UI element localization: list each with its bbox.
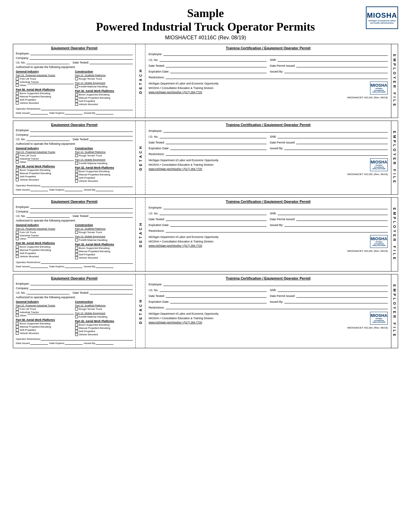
part58-item-0: Boom Supported Elevating — [16, 92, 74, 95]
permit-row-1: Equipment Operator Permit Employee: Comp… — [13, 44, 398, 118]
cert-id-group-1: I.D. No. — [149, 58, 267, 62]
operator-restrictions: Operator Restrictions: — [16, 107, 133, 110]
cert-logo-2: MIOSHA michigan occupationalsafety and h… — [370, 158, 388, 171]
id-date-field: I.D. No. Date Tested: — [16, 61, 133, 64]
cert-date-tested-group-1: Date Tested: — [149, 64, 267, 67]
company-field-2: Company: — [16, 133, 133, 136]
employer-strip-3: EMPLOYER FILE — [391, 198, 398, 271]
part58-cb-2[interactable] — [16, 98, 19, 101]
cert-employee-field-1: Employee: — [149, 53, 388, 56]
permit-row-4: Equipment Operator Permit Employee: Comp… — [13, 274, 398, 348]
left-panel-2: Equipment Operator Permit Employee: Comp… — [13, 121, 136, 194]
left-panel-4: Equipment Operator Permit Employee: Comp… — [13, 274, 136, 348]
part58-cb-1[interactable] — [16, 95, 19, 98]
cert-bottom-1: Michigan Department of Labor and Economi… — [149, 82, 388, 95]
cert-restrictions-1: Restrictions: — [149, 76, 388, 79]
part32-cb-2[interactable] — [75, 100, 78, 103]
title-line2: Powered Industrial Truck Operator Permit… — [96, 20, 315, 34]
employee-field: Employee: — [16, 52, 133, 55]
issued-by-group: Issued By: — [84, 112, 113, 114]
fork-lift-checkbox[interactable] — [16, 77, 19, 80]
right-panel-4: Training Certification / Equipment Opera… — [145, 274, 391, 348]
part32-item-0: Boom Supported Elevating — [75, 93, 133, 96]
part13-label: Part 13. Mobile Equipment — [75, 82, 133, 84]
cert-expiration-group-1: Expiration Date: — [149, 70, 267, 73]
employer-strip-1: EMPLOYER FILE — [391, 44, 398, 118]
left-panel-3: Equipment Operator Permit Employee: Comp… — [13, 198, 136, 271]
left-panel-title-2: Equipment Operator Permit — [16, 123, 133, 127]
part58-cb-0[interactable] — [16, 92, 19, 95]
logo-subtext: michigan occupational safetyand health a… — [368, 20, 396, 24]
logo-text: MIOSHA — [367, 11, 397, 20]
authorized-label: Authorized to operate the following equi… — [16, 65, 133, 69]
part58-item-1: Manual Propelled Elevating — [16, 95, 74, 98]
logo-area: MIOSHA michigan occupational safetyand h… — [366, 6, 398, 29]
right-panel-3: Training Certification / Equipment Opera… — [145, 198, 391, 271]
part58-label: Part 58. Aerial Work Platforms — [16, 88, 74, 91]
construction-col: Construction Part 12. Scaffold Platforms… — [75, 70, 133, 106]
industrial-tractor-item: Industrial Tractor — [16, 81, 74, 84]
part32-item-1: Manual Propelled Elevating — [75, 96, 133, 99]
cert-logo-3: MIOSHA michigan occupationalsafety and h… — [370, 235, 388, 248]
page-header: Sample Powered Industrial Truck Operator… — [13, 6, 398, 41]
other-checkbox[interactable] — [16, 84, 19, 87]
detach-strip-1: DETACH — [136, 44, 145, 118]
part32-label: Part 32. Aerial Work Platforms — [75, 89, 133, 93]
rough-terrain-checkbox[interactable] — [75, 77, 78, 80]
cert-shift-group-1: Shift: — [270, 58, 388, 62]
part32-item-2: Self-Propelled — [75, 100, 133, 103]
detach-label-1: DETACH — [139, 68, 142, 94]
left-panel-title-1: Equipment Operator Permit — [16, 46, 133, 50]
part32-cb-1[interactable] — [75, 96, 78, 99]
part21-label: Part 21. Powered Industrial Trucks — [16, 74, 74, 77]
part58-item-3: Vehicle Mounted — [16, 102, 74, 104]
detach-strip-4: DETACH — [136, 274, 145, 348]
other-item: Other: — [16, 84, 74, 87]
cert-id-shift-1: I.D. No. Shift: — [149, 58, 388, 62]
right-panel-1: Training Certification / Equipment Opera… — [145, 44, 391, 118]
fork-lift-item: Fork Lift Truck — [16, 77, 74, 80]
part32-item-3: Vehicle Mounted — [75, 103, 133, 106]
cert-date-tested-1: Date Tested: Date Permit Issued: — [149, 64, 388, 67]
part58-item-2: Self-Propelled — [16, 98, 74, 101]
part12-label: Part 12. Scaffold Platforms — [75, 74, 133, 77]
general-industry-col: General Industry Part 21. Powered Indust… — [16, 70, 74, 106]
forklift-material-checkbox[interactable] — [75, 85, 78, 88]
permit-row-2: Equipment Operator Permit Employee: Comp… — [13, 121, 398, 195]
left-panel-1: Equipment Operator Permit Employee: Comp… — [13, 44, 136, 118]
header-title: Sample Powered Industrial Truck Operator… — [96, 6, 315, 41]
employer-strip-2: EMPLOYER FILE — [391, 121, 398, 194]
id-date-field-2: I.D. No. Date Tested: — [16, 138, 133, 141]
detach-strip-2: DETACH — [136, 121, 145, 194]
company-field: Company: — [16, 56, 133, 60]
industrial-tractor-checkbox[interactable] — [16, 81, 19, 84]
forklift-material-item: Forklift Material Handling — [75, 85, 133, 88]
part32-cb-0[interactable] — [75, 93, 78, 96]
equipment-columns-2: General Industry Part 21. Powered Indust… — [16, 147, 133, 183]
cert-expiration-1: Expiration Date: Issued By: — [149, 70, 388, 73]
bottom-fields: Date Issued: Date Expires: Issued By: — [16, 112, 133, 114]
right-panel-2: Training Certification / Equipment Opera… — [145, 121, 391, 194]
employee-field-2: Employee: — [16, 129, 133, 132]
equipment-columns: General Industry Part 21. Powered Indust… — [16, 70, 133, 106]
part32-cb-3[interactable] — [75, 103, 78, 106]
cert-revision-1: MIOSHA/CET #0116C (Rev. 08/19) — [149, 96, 388, 99]
cert-bottom-text-1: Michigan Department of Labor and Economi… — [149, 82, 219, 95]
cert-date-permit-group-1: Date Permit Issued: — [270, 64, 388, 67]
detach-strip-3: DETACH — [136, 198, 145, 271]
employer-strip-4: EMPLOYER FILE — [391, 274, 398, 348]
subtitle: MIOSHA/CET #0116C (Rev. 08/19) — [96, 35, 315, 41]
cert-logo-4: MIOSHA michigan occupationalsafety and h… — [370, 312, 388, 325]
right-panel-title-1: Training Certification / Equipment Opera… — [149, 46, 388, 50]
cert-logo-1: MIOSHA michigan occupationalsafety and h… — [370, 82, 388, 94]
date-issued-group: Date Issued: — [16, 112, 48, 114]
title-line1: Sample — [96, 6, 315, 20]
permit-row-3: Equipment Operator Permit Employee: Comp… — [13, 197, 398, 271]
miosha-logo: MIOSHA michigan occupational safetyand h… — [366, 6, 398, 29]
cert-issued-by-group-1: Issued By: — [270, 70, 388, 73]
rough-terrain-item: Rough Terrain Truck — [75, 77, 133, 80]
date-expires-group: Date Expires: — [49, 112, 83, 114]
part58-cb-3[interactable] — [16, 102, 19, 104]
